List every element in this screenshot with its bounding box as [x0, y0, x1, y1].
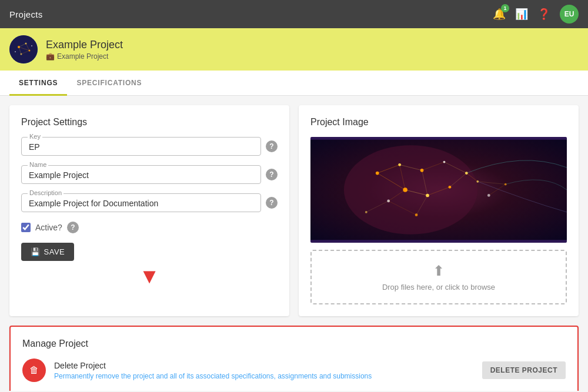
- tab-settings[interactable]: SETTINGS: [9, 71, 67, 96]
- svg-point-26: [365, 211, 368, 213]
- name-field-wrapper: Name: [21, 165, 261, 184]
- image-card-title: Project Image: [310, 117, 567, 128]
- project-settings-card: Project Settings Key ? Name ?: [9, 105, 289, 316]
- manage-info: Delete Project Permanently remove the pr…: [54, 361, 474, 380]
- chart-icon[interactable]: 📊: [515, 8, 528, 21]
- description-input[interactable]: [29, 199, 253, 208]
- description-help-icon[interactable]: ?: [266, 197, 278, 209]
- name-input[interactable]: [29, 170, 253, 180]
- delete-action-desc: Permanently remove the project and all o…: [54, 372, 474, 380]
- tabs-bar: SETTINGS SPECIFICATIONS: [0, 71, 588, 96]
- manage-row: 🗑 Delete Project Permanently remove the …: [22, 359, 566, 382]
- user-avatar[interactable]: EU: [560, 5, 579, 24]
- project-avatar: [9, 35, 38, 63]
- name-help-icon[interactable]: ?: [266, 169, 278, 180]
- settings-card-title: Project Settings: [21, 117, 278, 128]
- svg-point-6: [31, 45, 32, 46]
- trash-icon: 🗑: [29, 365, 39, 376]
- project-image-card: Project Image: [299, 105, 579, 316]
- notification-badge: 1: [501, 4, 509, 12]
- svg-point-0: [9, 35, 38, 63]
- name-field-group: Name ?: [21, 165, 278, 184]
- tab-specifications[interactable]: SPECIFICATIONS: [67, 71, 151, 96]
- notification-icon[interactable]: 🔔 1: [493, 8, 506, 21]
- briefcase-icon: 💼: [46, 52, 55, 61]
- save-label: SAVE: [44, 247, 65, 256]
- active-row: Active? ?: [21, 222, 278, 233]
- description-field-label: Description: [28, 189, 64, 196]
- save-button[interactable]: 💾 SAVE: [21, 243, 74, 261]
- manage-card-title: Manage Project: [22, 339, 566, 349]
- description-field-wrapper: Description: [21, 193, 261, 212]
- key-field-group: Key ?: [21, 137, 278, 156]
- delete-project-button[interactable]: DELETE PROJECT: [482, 361, 566, 379]
- project-banner-info: Example Project 💼 Example Project: [46, 39, 123, 61]
- key-field-wrapper: Key: [21, 137, 261, 156]
- active-label: Active?: [35, 223, 62, 232]
- drop-text: Drop files here, or click to browse: [382, 283, 495, 292]
- name-field-label: Name: [28, 161, 48, 168]
- upload-icon: ⬆: [433, 263, 445, 279]
- manage-project-card: Manage Project 🗑 Delete Project Permanen…: [9, 326, 579, 391]
- description-field-group: Description ?: [21, 193, 278, 212]
- help-icon[interactable]: ❓: [537, 8, 550, 21]
- arrow-indicator: ▼: [21, 266, 278, 287]
- arrow-down-icon: ▼: [21, 266, 278, 287]
- project-image-preview: [310, 137, 567, 243]
- delete-action-title: Delete Project: [54, 361, 474, 370]
- active-checkbox[interactable]: [21, 223, 31, 232]
- project-banner: Example Project 💼 Example Project: [0, 28, 588, 71]
- active-help-icon[interactable]: ?: [67, 222, 79, 233]
- key-help-icon[interactable]: ?: [266, 140, 278, 152]
- key-input[interactable]: [29, 142, 253, 152]
- svg-point-13: [344, 145, 477, 234]
- top-navigation: Projects 🔔 1 📊 ❓ EU: [0, 0, 588, 28]
- project-breadcrumb: 💼 Example Project: [46, 52, 123, 61]
- svg-point-5: [15, 51, 16, 52]
- project-banner-title: Example Project: [46, 39, 123, 51]
- main-content: Project Settings Key ? Name ?: [0, 96, 588, 391]
- delete-icon-circle: 🗑: [22, 359, 46, 382]
- save-icon: 💾: [31, 247, 41, 256]
- nav-icons: 🔔 1 📊 ❓ EU: [493, 5, 579, 24]
- app-title: Projects: [9, 9, 43, 19]
- key-field-label: Key: [28, 133, 42, 140]
- drop-zone[interactable]: ⬆ Drop files here, or click to browse: [310, 250, 567, 304]
- top-row: Project Settings Key ? Name ?: [9, 105, 579, 316]
